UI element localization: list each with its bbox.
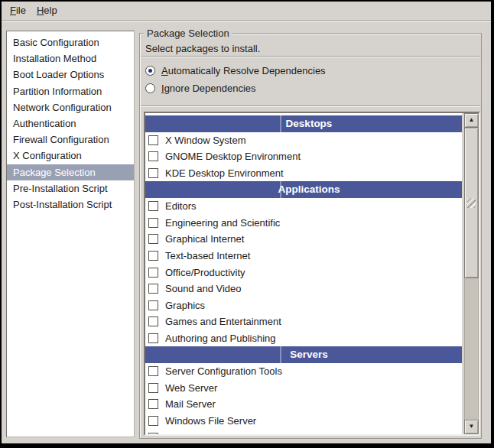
sidebar-item-pre-installation-script[interactable]: Pre-Installation Script <box>7 180 134 196</box>
package-label: Graphics <box>165 300 205 311</box>
radio-button[interactable] <box>145 66 155 76</box>
separator <box>141 106 480 107</box>
package-row-partial[interactable] <box>145 429 462 434</box>
scrollbar-track[interactable] <box>464 128 479 420</box>
sidebar-item-boot-loader-options[interactable]: Boot Loader Options <box>7 67 134 83</box>
menubar-separator <box>2 20 491 21</box>
package-checkbox[interactable] <box>148 201 158 211</box>
sidebar-item-installation-method[interactable]: Installation Method <box>7 50 134 67</box>
frame-title: Package Selection <box>144 28 232 39</box>
scrollbar-thumb[interactable] <box>464 128 479 278</box>
package-group-header: Servers <box>145 346 462 363</box>
package-label: GNOME Desktop Environment <box>165 151 301 162</box>
package-row[interactable]: Server Configuration Tools <box>145 363 462 380</box>
sidebar-item-x-configuration[interactable]: X Configuration <box>7 148 134 164</box>
package-row[interactable]: Editors <box>145 198 462 215</box>
package-row[interactable]: KDE Desktop Environment <box>145 165 462 182</box>
package-label: Windows File Server <box>165 415 256 427</box>
menu-help[interactable]: Help <box>31 2 63 20</box>
package-row[interactable]: Mail Server <box>145 396 462 413</box>
vertical-scrollbar[interactable]: ▲ ▼ <box>464 113 479 434</box>
package-checkbox[interactable] <box>148 433 158 434</box>
package-row[interactable]: Text-based Internet <box>145 248 462 265</box>
package-row[interactable]: Authoring and Publishing <box>145 330 462 347</box>
package-checkbox[interactable] <box>148 300 158 310</box>
package-list: DesktopsX Window SystemGNOME Desktop Env… <box>144 112 480 436</box>
package-checkbox[interactable] <box>148 366 158 376</box>
sidebar-item-post-installation-script[interactable]: Post-Installation Script <box>7 196 134 213</box>
package-label: X Window System <box>165 135 245 146</box>
package-label: Editors <box>165 200 196 212</box>
package-label: Authoring and Publishing <box>165 333 276 344</box>
package-checkbox[interactable] <box>148 168 158 178</box>
sidebar-item-basic-configuration[interactable]: Basic Configuration <box>7 34 134 50</box>
window-border <box>0 0 2 448</box>
radio-label: Automatically Resolve Dependencies <box>161 65 326 76</box>
package-row[interactable]: Engineering and Scientific <box>145 215 462 232</box>
package-checkbox[interactable] <box>148 284 158 294</box>
category-list: Basic ConfigurationInstallation MethodBo… <box>6 31 135 437</box>
description-label: Select packages to install. <box>145 43 260 54</box>
radio-label: Ignore Dependencies <box>161 83 256 94</box>
sidebar-item-authentication[interactable]: Authentication <box>7 115 134 131</box>
package-checkbox[interactable] <box>148 333 158 343</box>
up-arrow-icon: ▲ <box>469 116 475 123</box>
package-row[interactable]: Sound and Video <box>145 281 462 297</box>
sidebar-item-package-selection[interactable]: Package Selection <box>7 164 134 180</box>
package-checkbox[interactable] <box>148 151 158 161</box>
package-list-viewport: DesktopsX Window SystemGNOME Desktop Env… <box>145 113 462 434</box>
package-label: Web Server <box>165 382 217 394</box>
package-checkbox[interactable] <box>148 399 158 409</box>
menu-file[interactable]: File <box>5 2 31 20</box>
package-row[interactable]: Office/Productivity <box>145 264 462 281</box>
separator <box>141 56 480 57</box>
package-checkbox[interactable] <box>148 251 158 261</box>
window-border <box>0 0 494 2</box>
package-checkbox[interactable] <box>148 268 158 278</box>
package-row[interactable]: GNOME Desktop Environment <box>145 148 462 165</box>
package-checkbox[interactable] <box>148 135 158 145</box>
sidebar-item-network-configuration[interactable]: Network Configuration <box>7 99 134 115</box>
menubar: FileHelp <box>2 2 491 20</box>
package-label: Graphical Internet <box>165 233 244 245</box>
package-label: Games and Entertainment <box>165 316 281 327</box>
package-row[interactable]: Games and Entertainment <box>145 313 462 330</box>
package-row[interactable]: Web Server <box>145 380 462 397</box>
package-group-header: Desktops <box>145 115 462 132</box>
package-checkbox[interactable] <box>148 416 158 426</box>
package-checkbox[interactable] <box>148 218 158 228</box>
package-label: Server Configuration Tools <box>165 365 282 377</box>
scrollbar-grip-icon <box>467 198 476 208</box>
radio-button[interactable] <box>145 83 155 93</box>
dependency-option[interactable]: Ignore Dependencies <box>145 82 326 95</box>
package-label: Mail Server <box>165 398 216 410</box>
package-row[interactable]: Graphics <box>145 297 462 314</box>
package-group-header: Applications <box>145 181 462 198</box>
dependency-option[interactable]: Automatically Resolve Dependencies <box>145 64 326 77</box>
package-label: Office/Productivity <box>165 267 245 278</box>
package-label: Engineering and Scientific <box>165 217 280 229</box>
package-row[interactable]: Windows File Server <box>145 413 462 430</box>
package-checkbox[interactable] <box>148 234 158 244</box>
package-row[interactable]: Graphical Internet <box>145 231 462 248</box>
sidebar-item-firewall-configuration[interactable]: Firewall Configuration <box>7 131 134 148</box>
down-arrow-icon: ▼ <box>469 423 475 430</box>
package-label: Text-based Internet <box>165 250 250 261</box>
window-border <box>491 0 494 448</box>
window-border <box>0 443 494 448</box>
scroll-down-button[interactable]: ▼ <box>464 420 479 434</box>
package-label: Sound and Video <box>165 283 242 294</box>
sidebar-item-partition-information[interactable]: Partition Information <box>7 83 134 99</box>
package-checkbox[interactable] <box>148 317 158 326</box>
dependency-options: Automatically Resolve DependenciesIgnore… <box>145 64 326 99</box>
package-label: KDE Desktop Environment <box>165 167 284 179</box>
package-checkbox[interactable] <box>148 383 158 393</box>
package-row[interactable]: X Window System <box>145 132 462 149</box>
scroll-up-button[interactable]: ▲ <box>464 113 479 128</box>
